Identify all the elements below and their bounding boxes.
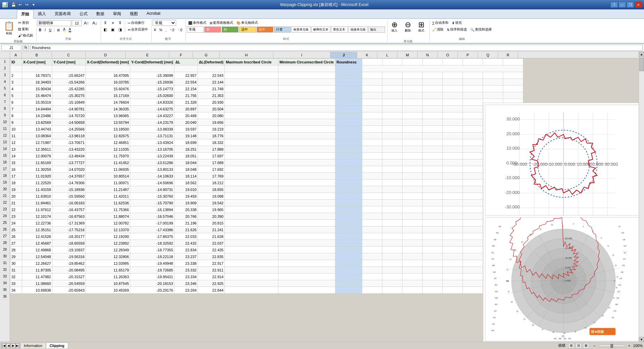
decrease-decimal-button[interactable]: ⁻.0 <box>176 27 183 33</box>
cell-r29-c14[interactable] <box>423 247 443 253</box>
cell-r20-c7[interactable]: 18.655 <box>198 186 224 193</box>
cell-r30-c9[interactable] <box>278 253 335 260</box>
cell-r13-c12[interactable] <box>382 139 402 146</box>
col-header-m[interactable]: M <box>397 52 418 58</box>
cell-r23-c4[interactable]: 11.75366 <box>86 206 130 213</box>
cell-r3-c15[interactable] <box>443 72 463 79</box>
cell-r16-c14[interactable] <box>423 159 443 166</box>
cell-r29-c12[interactable] <box>382 247 402 253</box>
cell-r34-c11[interactable] <box>362 280 382 287</box>
cell-r34-c9[interactable] <box>278 280 335 287</box>
cell-r21-c4[interactable]: 11.42011 <box>86 193 130 200</box>
cell-r17-c12[interactable] <box>382 166 402 173</box>
cell-r30-c1[interactable]: 29 <box>10 253 22 260</box>
cell-r29-c5[interactable]: -18.77355 <box>130 247 174 253</box>
align-right-button[interactable]: ◨ <box>117 27 123 32</box>
col-header-e[interactable]: E <box>126 52 169 58</box>
cell-r14-c2[interactable]: 12.35611 <box>22 146 52 153</box>
tab-acrobat[interactable]: Acrobat <box>142 9 165 18</box>
cell-r33-c11[interactable] <box>362 273 382 280</box>
cell-r5-c6[interactable]: 22.154 <box>174 86 198 92</box>
cell-r17-c13[interactable] <box>402 166 423 173</box>
cell-r16-c6[interactable]: 18.044 <box>174 159 198 166</box>
cell-r22-c5[interactable]: -15.70790 <box>130 200 174 206</box>
cell-r6-c8[interactable] <box>225 92 278 99</box>
cell-r23-c1[interactable]: 22 <box>10 206 22 213</box>
cell-r33-c2[interactable]: 11.47982 <box>22 273 52 280</box>
cell-r27-c6[interactable]: 22.033 <box>174 233 198 240</box>
cell-r10-c15[interactable] <box>443 119 463 126</box>
cell-r5-c2[interactable]: 15.90434 <box>22 86 52 92</box>
cell-r34-c3[interactable]: -20.54559 <box>52 280 86 287</box>
cell-r14-c4[interactable]: 12.11035 <box>86 146 130 153</box>
cell-r1[interactable] <box>503 59 523 65</box>
align-left-button[interactable]: ◧ <box>102 27 109 32</box>
cell-h2[interactable] <box>225 65 278 72</box>
align-center-button[interactable]: ▣ <box>109 27 116 32</box>
cell-r29-c6[interactable]: 22.834 <box>174 247 198 253</box>
cell-r25-c1[interactable]: 24 <box>10 220 22 227</box>
cell-r24-c2[interactable]: 12.10174 <box>22 213 52 220</box>
cell-r27-c13[interactable] <box>402 233 423 240</box>
cell-r8-c12[interactable] <box>382 106 402 112</box>
cell-r27-c8[interactable] <box>225 233 278 240</box>
tab-review[interactable]: 审阅 <box>109 9 125 18</box>
cell-r6-c13[interactable] <box>402 92 423 99</box>
zoom-thumb[interactable] <box>610 344 613 348</box>
cell-r31-c5[interactable]: -19.49948 <box>130 260 174 267</box>
cell-r31-c9[interactable] <box>278 260 335 267</box>
cell-r14-c9[interactable] <box>278 146 335 153</box>
cell-r4-c8[interactable] <box>225 79 278 86</box>
function-button[interactable]: fx <box>23 45 29 51</box>
cell-r22-c6[interactable]: 19.909 <box>174 200 198 206</box>
cell-r28-c15[interactable] <box>443 240 463 247</box>
cell-r5-c15[interactable] <box>443 86 463 92</box>
cell-r19-c10[interactable] <box>335 180 362 186</box>
cell-k1[interactable] <box>362 59 382 65</box>
cell-r6-c9[interactable] <box>278 92 335 99</box>
row-19[interactable]: 19 <box>0 179 10 186</box>
row-28[interactable]: 28 <box>0 240 10 246</box>
cell-r35-c15[interactable] <box>443 287 463 294</box>
cell-r7-c8[interactable] <box>225 99 278 106</box>
col-header-g[interactable]: G <box>193 52 220 58</box>
cell-r9-c4[interactable]: 13.96065 <box>86 112 130 119</box>
italic-button[interactable]: I <box>43 27 47 33</box>
cell-r25-c16[interactable] <box>463 220 483 227</box>
cell-r29-c10[interactable] <box>335 247 362 253</box>
row-16[interactable]: 16 <box>0 159 10 166</box>
cell-r33-c6[interactable]: 23.334 <box>174 273 198 280</box>
cell-r18-c15[interactable] <box>443 173 463 180</box>
cell-r6-c2[interactable]: 15.46474 <box>22 92 52 99</box>
cell-r13-c13[interactable] <box>402 139 423 146</box>
cell-r10-c1[interactable]: 9 <box>10 119 22 126</box>
cell-r3-c13[interactable] <box>402 72 423 79</box>
cell-r3-c1[interactable]: 2 <box>10 72 22 79</box>
cell-r35-c7[interactable]: 22.844 <box>198 287 224 294</box>
cell-r5-c13[interactable] <box>402 86 423 92</box>
cell-r22-c3[interactable]: -16.00183 <box>52 200 86 206</box>
cell-r35-c13[interactable] <box>402 287 423 294</box>
cell-r4-c7[interactable]: 22.144 <box>198 79 224 86</box>
cell-r29-c1[interactable]: 28 <box>10 247 22 253</box>
cell-r28-c7[interactable]: 22.037 <box>198 240 224 247</box>
cell-r4-c6[interactable]: 22.554 <box>174 79 198 86</box>
cell-r16-c7[interactable]: 17.689 <box>198 159 224 166</box>
cell-r16-c13[interactable] <box>402 159 423 166</box>
cell-r10-c2[interactable]: 13.82569 <box>22 119 52 126</box>
cell-r9-c15[interactable] <box>443 112 463 119</box>
redo-qat-button[interactable]: ↪ <box>24 2 30 8</box>
cell-r31-c6[interactable]: 23.338 <box>174 260 198 267</box>
cell-j1[interactable]: Roundness <box>335 59 362 65</box>
cell-r26-c9[interactable] <box>278 227 335 233</box>
cell-r24-c4[interactable]: 11.88074 <box>86 213 130 220</box>
cell-r31-c4[interactable]: 12.03995 <box>86 260 130 267</box>
cell-r14-c8[interactable] <box>225 146 278 153</box>
cell-r32-c9[interactable] <box>278 267 335 273</box>
style-explain-button[interactable]: 解释性文本 <box>311 27 330 33</box>
cell-r20-c10[interactable] <box>335 186 362 193</box>
cell-r22-c15[interactable] <box>443 200 463 206</box>
cell-r13-c8[interactable] <box>225 139 278 146</box>
cell-r31-c3[interactable]: -19.85462 <box>52 260 86 267</box>
cell-r28-c4[interactable]: 12.23892 <box>86 240 130 247</box>
